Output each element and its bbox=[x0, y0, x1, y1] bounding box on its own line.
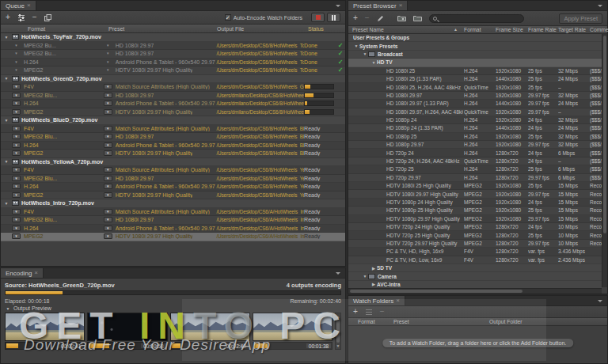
twirl-down-icon[interactable]: ▼ bbox=[3, 35, 10, 40]
preset-row[interactable]: HD 720p 29.97H.2641280x72029.97 fps6 Mbp… bbox=[348, 174, 602, 182]
horizontal-scrollbar[interactable] bbox=[348, 288, 602, 294]
preset-dropdown[interactable]: ▼ bbox=[104, 100, 112, 106]
preset-row[interactable]: HD 1080p 24H.2641920x108024 fps32 Mbps($… bbox=[348, 116, 602, 124]
preset-row[interactable]: HDTV 1080p 25 High QualityMPEG21920x1080… bbox=[348, 207, 602, 214]
output-file-link[interactable]: /Users/dm/Desktop/CS6/8/HotWheels_ToyFai… bbox=[216, 67, 304, 73]
output-file-link[interactable]: /Users/dm/Desktop/CS6/8/HotWheels_BlueD_… bbox=[216, 126, 304, 131]
format-dropdown[interactable]: ▼ bbox=[12, 226, 21, 231]
preset-dropdown[interactable]: ▼ bbox=[104, 109, 112, 115]
output-file-link[interactable]: /Users/dmilano/Desktop/CS6/8/HotWheels_G… bbox=[216, 100, 304, 106]
preset-dropdown[interactable]: ▼ bbox=[104, 233, 112, 239]
tab-close-icon[interactable]: × bbox=[27, 2, 31, 9]
preset-dropdown[interactable]: ▼ bbox=[104, 84, 112, 89]
output-file-link[interactable]: /Users/dm/Desktop/CS6/8/HotWheels_Yellow… bbox=[216, 192, 304, 198]
output-file-link[interactable]: /Users/dm/Desktop/CS6/A/HotWheels_Intro_… bbox=[216, 233, 304, 239]
output-file-link[interactable]: /Users/dmilano/Desktop/CS6/8/HotWheels_G… bbox=[216, 109, 304, 115]
remove-folder-button[interactable]: − bbox=[380, 308, 385, 316]
preset-row[interactable]: HDTV 1080p 29.97 High QualityMPEG21920x1… bbox=[348, 215, 602, 223]
queue-output-row[interactable]: ▼F4V▼Match Source Attributes (High Quali… bbox=[1, 166, 345, 175]
edit-preset-icon[interactable] bbox=[377, 15, 384, 22]
queue-source-row[interactable]: ▼HotWheels_YellowA_720p.mov bbox=[1, 158, 345, 167]
format-dropdown[interactable]: ▼ bbox=[12, 51, 21, 56]
format-dropdown[interactable]: ▼ bbox=[12, 150, 21, 156]
output-file-link[interactable]: /Users/dm/Desktop/CS6/8/HotWheels_Yellow… bbox=[216, 167, 304, 173]
format-dropdown[interactable]: ▼ bbox=[12, 167, 21, 173]
output-file-link[interactable]: /Users/dmilano/Desktop/CS6/8/HotWheels_G… bbox=[216, 93, 304, 98]
preset-dropdown[interactable]: ▼ bbox=[104, 192, 112, 198]
preset-row[interactable]: HD 1080i 29.97H.2641920x108029.97 fps32 … bbox=[348, 92, 602, 100]
column-comment[interactable]: Comment bbox=[590, 27, 608, 32]
preset-row[interactable]: HDTV 1080i 29.97 High QualityMPEG21920x1… bbox=[348, 190, 602, 198]
preset-row[interactable]: HDTV 1080p 24 High QualityMPEG21920x1080… bbox=[348, 199, 602, 207]
queue-output-row[interactable]: ▼MPEG2▼HDTV 1080i 29.97 High Quality/Use… bbox=[1, 233, 345, 241]
preset-dropdown[interactable]: ▼ bbox=[104, 167, 112, 173]
format-dropdown[interactable]: ▼ bbox=[12, 184, 21, 189]
tab-close-icon[interactable]: × bbox=[34, 270, 38, 276]
queue-source-row[interactable]: ▼HotWheels_BlueD_720p.mov bbox=[1, 116, 345, 125]
format-dropdown[interactable]: ▼ bbox=[12, 93, 21, 98]
queue-output-row[interactable]: ▼MPEG2 Bu...▼HD 1080i 29.97/Users/dm/Des… bbox=[1, 42, 345, 51]
queue-output-row[interactable]: ▼MPEG2▼HDTV 1080i 29.97 High Quality/Use… bbox=[1, 108, 345, 117]
tab-preset-browser[interactable]: Preset Browser × bbox=[348, 1, 408, 10]
output-file-link[interactable]: /Users/dm/Desktop/CS6/8/HotWheels_BlueD_… bbox=[216, 150, 304, 156]
column-format[interactable]: Format bbox=[28, 26, 45, 32]
preset-dropdown[interactable]: ▼ bbox=[104, 150, 112, 156]
preset-section-row[interactable]: User Presets & Groups bbox=[348, 34, 602, 42]
queue-output-row[interactable]: ▼H.264▼Android Phone & Tablet - 960x540 … bbox=[1, 142, 345, 150]
preset-dropdown[interactable]: ▼ bbox=[104, 51, 112, 56]
preset-dropdown[interactable]: ▼ bbox=[104, 59, 112, 65]
column-output-file[interactable]: Output File bbox=[217, 26, 244, 32]
twirl-down-icon[interactable]: ▼ bbox=[3, 76, 10, 81]
output-file-link[interactable]: /Users/dm/Desktop/CS6/A/HotWheels_Intro_… bbox=[216, 217, 304, 222]
stop-queue-button[interactable] bbox=[311, 13, 325, 22]
output-file-link[interactable]: /Users/dm/Desktop/CS6/A/HotWheels_Intro_… bbox=[216, 226, 304, 231]
preset-dropdown[interactable]: ▼ bbox=[104, 126, 112, 131]
tab-watch-folders[interactable]: Watch Folders × bbox=[348, 296, 405, 305]
preset-row[interactable]: HD 1080i 29.97, H.264, AAC 48kHzQuickTim… bbox=[348, 108, 602, 116]
add-folder-button[interactable]: + bbox=[353, 308, 358, 316]
preset-row[interactable]: HDTV 720p 25 High QualityMPEG21280x72025… bbox=[348, 231, 602, 239]
remove-source-button[interactable]: − bbox=[32, 13, 37, 21]
panel-menu-icon[interactable] bbox=[332, 268, 345, 278]
twirl-right-icon[interactable]: ▶ bbox=[370, 266, 377, 271]
preset-dropdown[interactable]: ▼ bbox=[104, 184, 112, 189]
output-file-link[interactable]: /Users/dm/Desktop/CS6/8/HotWheels_GreenD… bbox=[216, 84, 304, 89]
twirl-down-icon[interactable]: ▼ bbox=[3, 201, 10, 206]
preset-row[interactable]: HD 1080p 29.97H.2641920x108029.97 fps32 … bbox=[348, 141, 602, 149]
column-target-rate[interactable]: Target Rate bbox=[558, 27, 586, 32]
pause-queue-button[interactable] bbox=[327, 13, 340, 22]
column-output-folder[interactable]: Output Folder bbox=[489, 319, 522, 324]
column-preset[interactable]: Preset bbox=[393, 319, 409, 324]
output-file-link[interactable]: /Users/dm/Desktop/CS6/8/HotWheels_ToyFai… bbox=[216, 51, 304, 56]
apply-preset-button[interactable]: Apply Preset bbox=[559, 13, 602, 24]
queue-output-row[interactable]: ▼MPEG2 Bu...▼HD 1080i 29.97/Users/dm/Des… bbox=[1, 50, 345, 59]
twirl-down-icon[interactable]: ▼ bbox=[362, 274, 368, 279]
twirl-down-icon[interactable]: ▼ bbox=[362, 51, 368, 56]
format-dropdown[interactable]: ▼ bbox=[12, 126, 21, 131]
preset-row[interactable]: PC & TV, HD, High, 16x9F4V1280x720var. f… bbox=[348, 248, 602, 256]
queue-output-row[interactable]: ▼MPEG2 Blu...▼HD 1080i 29.97/Users/dmila… bbox=[1, 92, 345, 100]
preset-group-row[interactable]: ▼System Presets bbox=[348, 42, 602, 50]
preset-row[interactable]: HD 1080i 25H.2641920x108025 fps32 Mbps($… bbox=[348, 67, 602, 75]
preset-group-row[interactable]: ▼Camera bbox=[348, 272, 602, 280]
queue-source-row[interactable]: ▼HotWheels_Intro_720p.mov bbox=[1, 199, 345, 208]
output-file-link[interactable]: /Users/dm/Desktop/CS6/8/HotWheels_Yellow… bbox=[216, 176, 304, 181]
column-status[interactable]: Status bbox=[308, 26, 324, 32]
queue-output-row[interactable]: ▼F4V▼Match Source Attributes (High Quali… bbox=[1, 83, 345, 92]
panel-menu-icon[interactable] bbox=[595, 1, 607, 10]
twirl-down-icon[interactable]: ▼ bbox=[3, 118, 10, 123]
output-file-link[interactable]: /Users/dm/Desktop/CS6/8/HotWheels_ToyFai… bbox=[216, 43, 304, 48]
panel-menu-icon[interactable] bbox=[332, 1, 345, 10]
preset-dropdown[interactable]: ▼ bbox=[104, 43, 112, 48]
preset-dropdown[interactable]: ▼ bbox=[104, 176, 112, 181]
auto-encode-checkbox-row[interactable]: ✓ Auto-Encode Watch Folders bbox=[225, 14, 302, 21]
output-file-link[interactable]: /Users/dm/Desktop/CS6/8/HotWheels_BlueD_… bbox=[216, 134, 304, 139]
queue-output-row[interactable]: ▼F4V▼Match Source Attributes (High Quali… bbox=[1, 125, 345, 134]
queue-source-row[interactable]: ▼HotWheels_ToyFair_720p.mov bbox=[1, 33, 345, 42]
preset-row[interactable]: HD 1080p 24 (1.33 PAR)H.2641440x108024 f… bbox=[348, 124, 602, 132]
queue-output-row[interactable]: ▼MPEG2 Blu...▼HD 1080i 29.97/Users/dm/De… bbox=[1, 175, 345, 184]
output-file-link[interactable]: /Users/dm/Desktop/CS6/A/HotWheels_Intro_… bbox=[216, 209, 304, 214]
preset-dropdown[interactable]: ▼ bbox=[104, 67, 112, 73]
new-group-folder-icon[interactable] bbox=[397, 15, 406, 21]
scroll-up-icon[interactable]: ▲ bbox=[336, 314, 340, 319]
